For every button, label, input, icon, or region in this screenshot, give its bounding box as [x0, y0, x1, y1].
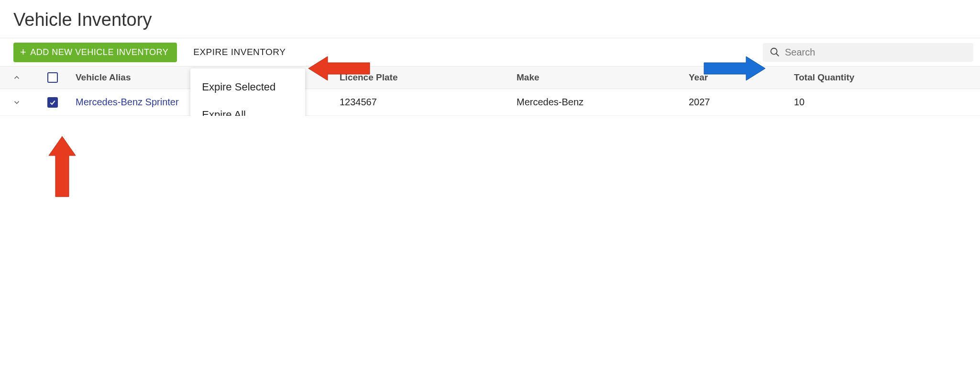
expire-inventory-wrap: EXPIRE INVENTORY Expire Selected Expire … — [190, 42, 288, 62]
header-licence-plate[interactable]: Licence Plate — [340, 72, 517, 83]
header-total-quantity[interactable]: Total Quantity — [794, 72, 980, 83]
row-expand-toggle[interactable] — [0, 98, 33, 107]
page-container: Vehicle Inventory + ADD NEW VEHICLE INVE… — [0, 0, 980, 116]
expire-inventory-button[interactable]: EXPIRE INVENTORY — [190, 42, 288, 62]
svg-line-1 — [776, 54, 779, 56]
row-checkbox[interactable] — [47, 97, 58, 108]
search-icon — [770, 47, 780, 57]
header-expand-toggle[interactable] — [0, 73, 33, 82]
row-year: 2027 — [689, 97, 794, 108]
expire-all-item[interactable]: Expire All — [190, 101, 305, 116]
header-select-all[interactable] — [33, 72, 72, 83]
row-licence-plate: 1234567 — [340, 97, 517, 108]
search-field-wrap[interactable] — [763, 43, 973, 62]
chevron-down-icon — [12, 98, 21, 107]
row-make: Mercedes-Benz — [517, 97, 689, 108]
table-row: Mercedes-Benz Sprinter 1234567 Mercedes-… — [0, 89, 980, 116]
expire-inventory-dropdown: Expire Selected Expire All — [190, 68, 305, 116]
header-year[interactable]: Year — [689, 72, 794, 83]
chevron-up-icon — [12, 73, 21, 82]
add-new-vehicle-inventory-button[interactable]: + ADD NEW VEHICLE INVENTORY — [13, 43, 177, 62]
row-total-quantity: 10 — [794, 97, 980, 108]
table-header-row: Vehicle Alias Licence Plate Make Year To… — [0, 67, 980, 89]
toolbar: + ADD NEW VEHICLE INVENTORY EXPIRE INVEN… — [0, 38, 980, 67]
search-input[interactable] — [780, 47, 967, 58]
plus-icon: + — [20, 48, 26, 56]
svg-point-0 — [771, 48, 777, 55]
header-make[interactable]: Make — [517, 72, 689, 83]
page-title: Vehicle Inventory — [0, 10, 980, 38]
add-button-label: ADD NEW VEHICLE INVENTORY — [30, 47, 168, 57]
select-all-checkbox[interactable] — [47, 72, 58, 83]
expire-selected-item[interactable]: Expire Selected — [190, 73, 305, 101]
checkmark-icon — [49, 99, 56, 106]
row-checkbox-cell[interactable] — [33, 97, 72, 108]
